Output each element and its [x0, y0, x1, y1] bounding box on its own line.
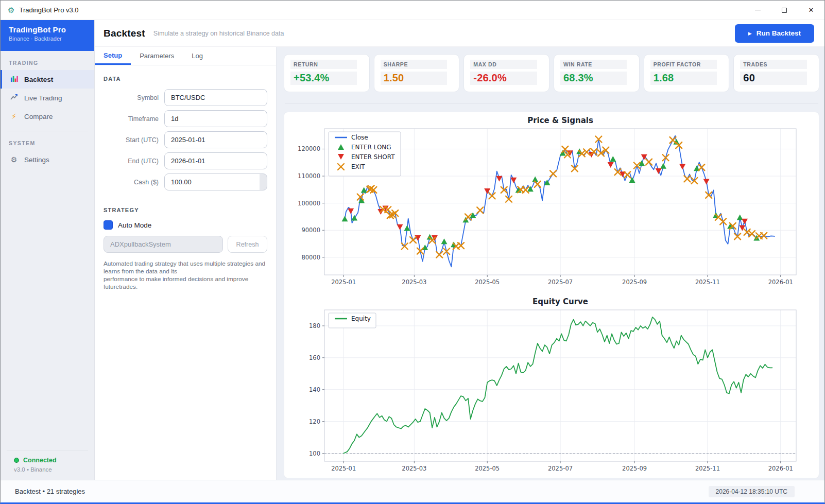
- tab-log[interactable]: Log: [183, 47, 212, 65]
- svg-text:140: 140: [309, 386, 320, 393]
- minimize-button[interactable]: [744, 1, 771, 20]
- svg-text:2025-07: 2025-07: [548, 279, 573, 286]
- cash-input[interactable]: [164, 173, 267, 190]
- svg-text:2025-01: 2025-01: [331, 465, 356, 472]
- svg-text:Price & Signals: Price & Signals: [527, 116, 593, 125]
- metric-value: 1.68: [650, 72, 717, 85]
- svg-text:EXIT: EXIT: [351, 163, 365, 170]
- brand-subtitle: Binance · Backtrader: [9, 36, 94, 42]
- form-row-end: End (UTC): [104, 152, 267, 169]
- maximize-icon: [782, 8, 787, 13]
- sidebar-item-label: Compare: [24, 113, 53, 120]
- status-left-text: Backtest • 21 strategies: [15, 488, 85, 495]
- metrics-row: RETURN +53.4% SHARPE 1.50 MAX DD -26.0%: [284, 54, 819, 92]
- svg-text:2025-03: 2025-03: [402, 279, 426, 286]
- svg-text:100000: 100000: [298, 200, 320, 207]
- page-header: Backtest Simulate a strategy on historic…: [95, 20, 824, 47]
- svg-text:ENTER LONG: ENTER LONG: [351, 144, 391, 151]
- start-label: Start (UTC): [104, 136, 159, 144]
- run-backtest-button[interactable]: ▶ Run Backtest: [735, 24, 814, 43]
- svg-text:Equity Curve: Equity Curve: [532, 297, 588, 306]
- metric-card-maxdd: MAX DD -26.0%: [463, 54, 549, 92]
- data-section-label: DATA: [104, 76, 267, 82]
- metric-card-winrate: WIN RATE 68.3%: [554, 54, 640, 92]
- sidebar-item-label: Settings: [24, 156, 49, 164]
- metric-label: WIN RATE: [560, 60, 627, 69]
- line-chart-icon: [9, 93, 19, 102]
- price-signals-chart: 2025-012025-032025-052025-072025-092025-…: [284, 113, 818, 292]
- version-label: v3.0 • Binance: [1, 466, 94, 473]
- svg-text:80000: 80000: [301, 254, 320, 261]
- metric-label: MAX DD: [470, 60, 537, 69]
- brand-header: TradingBot Pro Binance · Backtrader: [1, 20, 94, 51]
- sidebar-footer-divider: [7, 450, 88, 450]
- setup-column: Setup Parameters Log DATA Symbol Timefra…: [95, 47, 277, 480]
- svg-text:Close: Close: [351, 134, 368, 141]
- auto-mode-checkbox[interactable]: [104, 220, 113, 230]
- sidebar-item-backtest[interactable]: Backtest: [1, 70, 94, 89]
- page-subtitle: Simulate a strategy on historical Binanc…: [153, 30, 284, 37]
- app-gear-icon: ⚙: [8, 6, 14, 15]
- svg-text:120000: 120000: [298, 145, 320, 152]
- metric-card-trades: TRADES 60: [733, 54, 819, 92]
- sidebar-section-trading: TRADING: [1, 51, 94, 70]
- metric-card-return: RETURN +53.4%: [284, 54, 370, 92]
- connected-dot-icon: [14, 458, 19, 463]
- svg-text:Equity: Equity: [351, 315, 371, 322]
- refresh-button[interactable]: Refresh: [228, 236, 267, 253]
- svg-text:ENTER SHORT: ENTER SHORT: [351, 153, 395, 161]
- sidebar-item-settings[interactable]: ⚙ Settings: [1, 150, 94, 169]
- form-row-start: Start (UTC): [104, 131, 267, 148]
- svg-text:110000: 110000: [298, 172, 320, 180]
- connection-label: Connected: [23, 457, 57, 464]
- cash-label: Cash ($): [104, 179, 159, 186]
- tab-setup[interactable]: Setup: [95, 47, 131, 65]
- svg-text:2025-11: 2025-11: [695, 279, 720, 286]
- symbol-input[interactable]: [164, 89, 267, 106]
- play-icon: ▶: [748, 31, 752, 36]
- metric-label: RETURN: [290, 60, 357, 69]
- timeframe-label: Timeframe: [104, 115, 159, 123]
- svg-text:2025-01: 2025-01: [331, 279, 356, 286]
- sidebar-item-label: Backtest: [24, 76, 53, 83]
- svg-text:2026-01: 2026-01: [768, 465, 793, 472]
- end-date-input[interactable]: [164, 152, 267, 169]
- svg-text:2025-11: 2025-11: [695, 465, 720, 472]
- page-title: Backtest: [104, 28, 145, 39]
- minimize-icon: [755, 10, 761, 10]
- symbol-label: Symbol: [104, 94, 159, 101]
- sidebar-item-live-trading[interactable]: Live Trading: [1, 89, 94, 107]
- svg-text:180: 180: [309, 322, 320, 329]
- start-date-input[interactable]: [164, 131, 267, 148]
- sidebar-item-label: Live Trading: [24, 94, 62, 102]
- metrics-divider: [285, 103, 818, 103]
- window-controls: ✕: [744, 1, 824, 20]
- equity-curve-chart: 2025-012025-032025-052025-072025-092025-…: [284, 294, 818, 478]
- svg-text:100: 100: [309, 450, 320, 457]
- brand-title: TradingBot Pro: [9, 25, 94, 34]
- timeframe-input[interactable]: [164, 110, 267, 127]
- metric-label: TRADES: [740, 60, 806, 69]
- main-area: Backtest Simulate a strategy on historic…: [95, 20, 824, 480]
- metric-value: +53.4%: [290, 72, 357, 85]
- svg-text:120: 120: [309, 418, 320, 425]
- svg-text:90000: 90000: [301, 227, 320, 234]
- sidebar: TradingBot Pro Binance · Backtrader TRAD…: [1, 20, 95, 480]
- sidebar-item-compare[interactable]: ⚡ Compare: [1, 107, 94, 126]
- maximize-button[interactable]: [771, 1, 798, 20]
- metric-card-sharpe: SHARPE 1.50: [374, 54, 460, 92]
- metric-value: 60: [740, 72, 806, 85]
- svg-text:2025-07: 2025-07: [548, 465, 573, 472]
- bar-chart-icon: [9, 75, 19, 84]
- svg-text:2025-09: 2025-09: [622, 279, 647, 286]
- tab-parameters[interactable]: Parameters: [131, 47, 183, 65]
- close-button[interactable]: ✕: [798, 1, 824, 20]
- results-panel: RETURN +53.4% SHARPE 1.50 MAX DD -26.0%: [277, 47, 824, 480]
- sidebar-footer: Connected v3.0 • Binance: [1, 445, 94, 480]
- titlebar: ⚙ TradingBot Pro v3.0 ✕: [1, 1, 824, 20]
- svg-text:2025-05: 2025-05: [475, 279, 500, 286]
- strategy-select[interactable]: ADXpullbackSystem: [104, 236, 223, 253]
- form-row-symbol: Symbol: [104, 89, 267, 106]
- svg-text:2025-03: 2025-03: [402, 465, 426, 472]
- auto-mode-label: Auto Mode: [118, 221, 151, 229]
